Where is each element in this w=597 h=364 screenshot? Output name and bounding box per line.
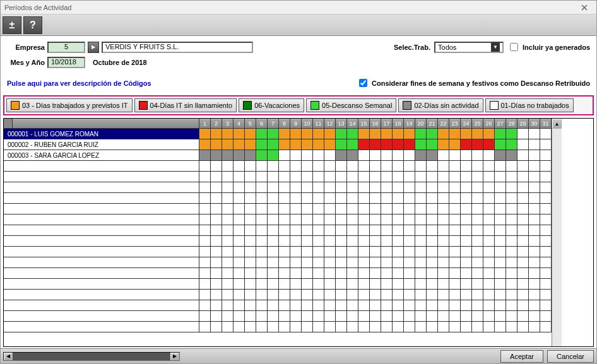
day-cell[interactable] xyxy=(506,150,517,161)
considerar-checkbox[interactable] xyxy=(359,79,367,87)
day-cell[interactable] xyxy=(483,129,495,139)
day-cell[interactable] xyxy=(313,139,324,150)
legend-button-5[interactable]: 01-Días no trabajados xyxy=(485,98,574,112)
day-cell[interactable] xyxy=(199,139,211,150)
scroll-right-icon[interactable]: ▶ xyxy=(170,353,179,360)
day-cell[interactable] xyxy=(347,129,358,139)
day-cell[interactable] xyxy=(449,150,461,161)
day-cell[interactable] xyxy=(290,139,302,150)
day-cell[interactable] xyxy=(427,150,438,161)
day-cell[interactable] xyxy=(222,129,233,139)
day-cell[interactable] xyxy=(415,129,427,139)
scroll-up-icon[interactable]: ▲ xyxy=(552,119,562,129)
day-cell[interactable] xyxy=(415,139,427,150)
help-button[interactable]: ? xyxy=(23,16,42,34)
day-cell[interactable] xyxy=(233,150,245,161)
day-cell[interactable] xyxy=(517,129,529,139)
day-cell[interactable] xyxy=(268,139,279,150)
day-cell[interactable] xyxy=(199,129,211,139)
legend-button-3[interactable]: 05-Descanso Semanal xyxy=(306,98,396,112)
day-cell[interactable] xyxy=(256,139,268,150)
day-cell[interactable] xyxy=(461,139,472,150)
day-cell[interactable] xyxy=(347,139,358,150)
scroll-track[interactable] xyxy=(13,353,170,360)
day-cell[interactable] xyxy=(438,150,449,161)
employee-row[interactable]: 000001 - LUIS GOMEZ ROMAN xyxy=(4,129,199,139)
day-cell[interactable] xyxy=(438,129,449,139)
day-cell[interactable] xyxy=(483,150,495,161)
day-cell[interactable] xyxy=(358,129,370,139)
day-cell[interactable] xyxy=(336,150,347,161)
day-cell[interactable] xyxy=(506,139,517,150)
day-cell[interactable] xyxy=(222,150,233,161)
empresa-dropdown-button[interactable]: ▶ xyxy=(88,42,99,53)
legend-button-2[interactable]: 06-Vacaciones xyxy=(239,98,304,112)
day-cell[interactable] xyxy=(313,150,324,161)
day-cell[interactable] xyxy=(461,150,472,161)
cancel-button[interactable]: Cancelar xyxy=(547,350,594,363)
day-cell[interactable] xyxy=(290,129,302,139)
day-cell[interactable] xyxy=(279,129,290,139)
scroll-left-icon[interactable]: ◀ xyxy=(4,353,13,360)
day-cell[interactable] xyxy=(199,150,211,161)
day-cell[interactable] xyxy=(233,139,245,150)
day-cell[interactable] xyxy=(393,150,404,161)
day-cell[interactable] xyxy=(302,129,313,139)
day-cell[interactable] xyxy=(370,129,381,139)
day-cell[interactable] xyxy=(506,129,517,139)
day-cell[interactable] xyxy=(472,150,483,161)
legend-button-4[interactable]: 02-Días sin actividad xyxy=(398,98,483,112)
vertical-scrollbar[interactable]: ▲ xyxy=(552,119,562,346)
day-cell[interactable] xyxy=(517,139,529,150)
day-cell[interactable] xyxy=(540,139,552,150)
day-cell[interactable] xyxy=(404,150,415,161)
codes-link[interactable]: Pulse aqui para ver descripción de Códig… xyxy=(7,79,151,87)
sel-trab-select[interactable]: Todos ▼ xyxy=(434,42,504,53)
day-cell[interactable] xyxy=(279,139,290,150)
day-cell[interactable] xyxy=(472,129,483,139)
day-cell[interactable] xyxy=(336,139,347,150)
day-cell[interactable] xyxy=(245,139,256,150)
day-cell[interactable] xyxy=(483,139,495,150)
day-cell[interactable] xyxy=(529,139,540,150)
close-icon[interactable] xyxy=(576,2,593,13)
day-cell[interactable] xyxy=(449,129,461,139)
day-cell[interactable] xyxy=(381,150,393,161)
day-cell[interactable] xyxy=(427,139,438,150)
empresa-number-input[interactable]: 5 xyxy=(47,42,85,53)
day-cell[interactable] xyxy=(404,129,415,139)
day-cell[interactable] xyxy=(279,150,290,161)
day-cell[interactable] xyxy=(290,150,302,161)
legend-button-0[interactable]: 03 - Días trabajados y previstos IT xyxy=(6,98,133,112)
day-cell[interactable] xyxy=(268,129,279,139)
day-cell[interactable] xyxy=(358,150,370,161)
employee-row[interactable]: 000003 - SARA GARCIA LOPEZ xyxy=(4,150,199,161)
day-cell[interactable] xyxy=(495,129,506,139)
day-cell[interactable] xyxy=(302,139,313,150)
toggle-button[interactable]: ± xyxy=(3,16,21,34)
employee-row[interactable]: 000002 - RUBEN GARCIA RUIZ xyxy=(4,139,199,150)
day-cell[interactable] xyxy=(256,150,268,161)
day-cell[interactable] xyxy=(540,150,552,161)
day-cell[interactable] xyxy=(529,129,540,139)
day-cell[interactable] xyxy=(324,129,336,139)
day-cell[interactable] xyxy=(540,129,552,139)
day-cell[interactable] xyxy=(495,150,506,161)
day-cell[interactable] xyxy=(415,150,427,161)
day-cell[interactable] xyxy=(211,139,222,150)
day-cell[interactable] xyxy=(302,150,313,161)
day-cell[interactable] xyxy=(370,139,381,150)
horizontal-scrollbar[interactable]: ◀ ▶ xyxy=(3,352,180,361)
day-cell[interactable] xyxy=(256,129,268,139)
day-cell[interactable] xyxy=(347,150,358,161)
day-cell[interactable] xyxy=(324,139,336,150)
day-cell[interactable] xyxy=(324,150,336,161)
day-cell[interactable] xyxy=(529,150,540,161)
day-cell[interactable] xyxy=(393,139,404,150)
day-cell[interactable] xyxy=(381,139,393,150)
day-cell[interactable] xyxy=(211,150,222,161)
day-cell[interactable] xyxy=(427,129,438,139)
day-cell[interactable] xyxy=(358,139,370,150)
day-cell[interactable] xyxy=(404,139,415,150)
incluir-checkbox[interactable] xyxy=(510,43,518,51)
